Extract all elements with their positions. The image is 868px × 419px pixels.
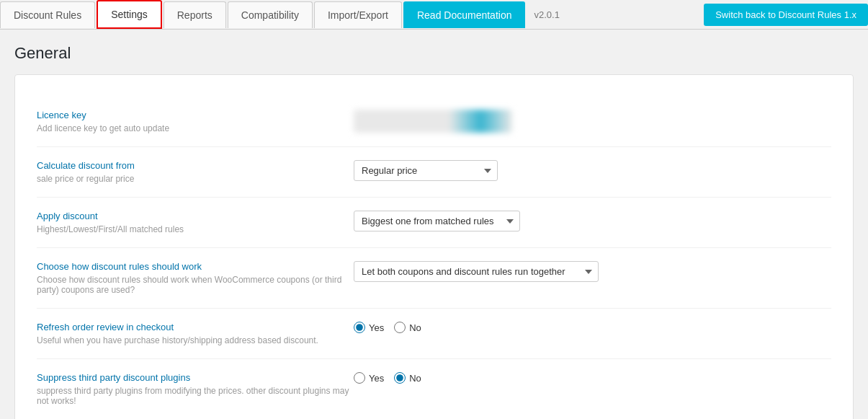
discount-rules-work-select[interactable]: Let both coupons and discount rules run …	[354, 261, 599, 282]
setting-hint-refresh-order: Useful when you have purchase history/sh…	[37, 335, 354, 345]
tab-reports[interactable]: Reports	[164, 1, 226, 28]
top-nav: Discount Rules Settings Reports Compatib…	[0, 0, 868, 30]
page-title: General	[14, 44, 854, 63]
refresh-order-yes-radio[interactable]	[354, 322, 365, 333]
tab-settings[interactable]: Settings	[97, 0, 162, 29]
setting-row-discount-rules-work: Choose how discount rules should work Ch…	[37, 248, 831, 309]
setting-label-apply-discount: Apply discount	[37, 211, 354, 221]
tab-discount-rules[interactable]: Discount Rules	[0, 1, 95, 28]
suppress-plugins-radio-group: Yes No	[354, 372, 421, 384]
suppress-plugins-yes-radio[interactable]	[354, 372, 365, 384]
setting-label-licence-key: Licence key	[37, 110, 354, 120]
setting-hint-apply-discount: Highest/Lowest/First/All matched rules	[37, 224, 354, 234]
suppress-plugins-yes-label[interactable]: Yes	[354, 372, 384, 384]
switch-back-button[interactable]: Switch back to Discount Rules 1.x	[704, 4, 868, 26]
suppress-plugins-no-label[interactable]: No	[394, 372, 421, 384]
setting-row-suppress-plugins: Suppress third party discount plugins su…	[37, 359, 831, 419]
refresh-order-yes-label[interactable]: Yes	[354, 322, 384, 333]
refresh-order-yes-text: Yes	[369, 322, 384, 333]
suppress-plugins-no-text: No	[409, 373, 421, 384]
setting-label-calculate-discount: Calculate discount from	[37, 160, 354, 171]
tab-import-export[interactable]: Import/Export	[314, 1, 402, 28]
setting-row-apply-discount: Apply discount Highest/Lowest/First/All …	[37, 198, 831, 248]
refresh-order-no-label[interactable]: No	[394, 322, 421, 333]
setting-row-refresh-order: Refresh order review in checkout Useful …	[37, 309, 831, 359]
tab-compatibility[interactable]: Compatibility	[228, 1, 313, 28]
version-label: v2.0.1	[527, 9, 566, 20]
setting-label-discount-rules-work: Choose how discount rules should work	[37, 261, 354, 272]
setting-row-calculate-discount: Calculate discount from sale price or re…	[37, 147, 831, 198]
setting-label-suppress-plugins: Suppress third party discount plugins	[37, 372, 354, 383]
suppress-plugins-no-radio[interactable]	[394, 372, 406, 384]
refresh-order-no-radio[interactable]	[394, 322, 406, 333]
refresh-order-no-text: No	[409, 322, 421, 333]
setting-hint-calculate-discount: sale price or regular price	[37, 174, 354, 184]
licence-key-blurred[interactable]	[354, 110, 512, 133]
setting-hint-discount-rules-work: Choose how discount rules should work wh…	[37, 275, 354, 295]
calculate-discount-select[interactable]: Regular price Sale price	[354, 160, 498, 181]
suppress-plugins-yes-text: Yes	[369, 373, 384, 384]
tab-read-documentation[interactable]: Read Documentation	[403, 1, 526, 28]
setting-label-refresh-order: Refresh order review in checkout	[37, 322, 354, 332]
setting-hint-licence-key: Add licence key to get auto update	[37, 123, 354, 133]
setting-hint-suppress-plugins: suppress third party plugins from modify…	[37, 386, 354, 406]
setting-row-licence-key: Licence key Add licence key to get auto …	[37, 97, 831, 147]
settings-card: Licence key Add licence key to get auto …	[14, 74, 854, 419]
refresh-order-radio-group: Yes No	[354, 322, 421, 333]
apply-discount-select[interactable]: Biggest one from matched rules Smallest …	[354, 211, 520, 231]
